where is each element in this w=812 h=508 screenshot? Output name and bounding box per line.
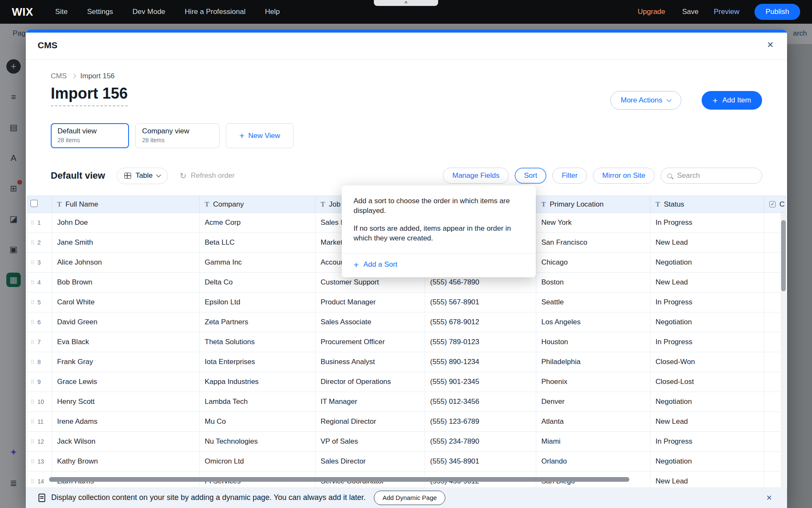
cell-company[interactable]: Kappa Industries <box>200 372 315 392</box>
column-header-full-name[interactable]: TFull Name <box>52 196 200 213</box>
cell-company[interactable]: Omicron Ltd <box>200 452 315 472</box>
cell-status[interactable]: In Progress <box>650 432 764 452</box>
cell-job-title[interactable]: Sales Director <box>315 452 425 472</box>
drag-handle-icon[interactable]: ⠿ <box>30 339 35 345</box>
drag-handle-icon[interactable]: ⠿ <box>30 359 35 365</box>
cell-full-name[interactable]: Irene Adams <box>52 412 200 432</box>
cell-status[interactable]: Negotiation <box>650 253 764 273</box>
cell-primary-location[interactable]: Los Angeles <box>536 312 650 332</box>
drag-handle-icon[interactable]: ⠿ <box>30 419 35 425</box>
cell-company[interactable]: Theta Solutions <box>200 332 315 352</box>
cell-primary-location[interactable]: Boston <box>536 273 650 293</box>
cell-primary-location[interactable]: Orlando <box>536 452 650 472</box>
cell-status[interactable]: New Lead <box>650 273 764 293</box>
cell-job-title[interactable]: Director of Operations <box>315 372 425 392</box>
cell-primary-location[interactable]: Miami <box>536 432 650 452</box>
cell-job-title[interactable]: Procurement Officer <box>315 332 425 352</box>
cell-primary-location[interactable]: San Francisco <box>536 233 650 253</box>
mirror-on-site-button[interactable]: Mirror on Site <box>593 168 655 184</box>
cell-full-name[interactable]: Henry Scott <box>52 392 200 412</box>
column-header-c[interactable]: ✓C <box>764 196 786 213</box>
cell-full-name[interactable]: Bob Brown <box>52 273 200 293</box>
cell-phone[interactable]: (555) 567-8901 <box>425 293 536 312</box>
cell-primary-location[interactable]: Seattle <box>536 293 650 312</box>
cell-phone[interactable]: (555) 012-3456 <box>425 392 536 412</box>
cell-full-name[interactable]: John Doe <box>52 213 200 233</box>
vertical-scrollbar[interactable] <box>781 220 786 291</box>
cell-primary-location[interactable]: Denver <box>536 392 650 412</box>
search-box[interactable] <box>661 168 762 184</box>
cell-phone[interactable]: (555) 789-0123 <box>425 332 536 352</box>
drag-handle-icon[interactable]: ⠿ <box>30 399 35 405</box>
cell-full-name[interactable]: Carol White <box>52 293 200 312</box>
cell-full-name[interactable]: Frank Gray <box>52 352 200 372</box>
layout-select-dropdown[interactable]: Table <box>117 168 168 184</box>
banner-close-icon[interactable]: × <box>764 492 774 504</box>
column-header-primary-location[interactable]: TPrimary Location <box>536 196 650 213</box>
upgrade-link[interactable]: Upgrade <box>638 8 665 16</box>
more-actions-button[interactable]: More Actions <box>610 91 681 110</box>
cell-job-title[interactable]: VP of Sales <box>315 432 425 452</box>
collection-title[interactable]: Import 156 <box>51 85 128 106</box>
new-view-button[interactable]: + New View <box>226 123 294 148</box>
cell-phone[interactable]: (555) 345-8901 <box>425 452 536 472</box>
menu-help[interactable]: Help <box>265 8 280 16</box>
cell-full-name[interactable]: Jack Wilson <box>52 432 200 452</box>
drag-handle-icon[interactable]: ⠿ <box>30 299 35 306</box>
cell-company[interactable]: Nu Technologies <box>200 432 315 452</box>
cell-phone[interactable]: (555) 890-1234 <box>425 352 536 372</box>
cell-primary-location[interactable]: Philadelphia <box>536 352 650 372</box>
add-item-button[interactable]: + Add Item <box>702 91 762 110</box>
cell-phone[interactable]: (555) 234-7890 <box>425 432 536 452</box>
drag-handle-icon[interactable]: ⠿ <box>30 319 35 326</box>
cell-job-title[interactable]: Business Analyst <box>315 352 425 372</box>
menu-dev-mode[interactable]: Dev Mode <box>132 8 165 16</box>
drag-handle-icon[interactable]: ⠿ <box>30 240 35 246</box>
cell-primary-location[interactable]: Phoenix <box>536 372 650 392</box>
cell-phone[interactable]: (555) 901-2345 <box>425 372 536 392</box>
column-header-company[interactable]: TCompany <box>200 196 315 213</box>
drag-handle-icon[interactable]: ⠿ <box>30 379 35 385</box>
cell-status[interactable]: In Progress <box>650 293 764 312</box>
cell-status[interactable]: New Lead <box>650 233 764 253</box>
cell-status[interactable]: Negotiation <box>650 312 764 332</box>
cell-company[interactable]: Iota Enterprises <box>200 352 315 372</box>
preview-link[interactable]: Preview <box>714 8 739 16</box>
cell-job-title[interactable]: Sales Associate <box>315 312 425 332</box>
cell-full-name[interactable]: Alice Johnson <box>52 253 200 273</box>
cell-primary-location[interactable]: New York <box>536 213 650 233</box>
cell-company[interactable]: Mu Co <box>200 412 315 432</box>
cell-phone[interactable]: (555) 123-6789 <box>425 412 536 432</box>
search-input[interactable] <box>676 171 748 180</box>
drag-handle-icon[interactable]: ⠿ <box>30 220 35 226</box>
column-header-status[interactable]: TStatus <box>650 196 764 213</box>
cell-full-name[interactable]: Kathy Brown <box>52 452 200 472</box>
cell-company[interactable]: Acme Corp <box>200 213 315 233</box>
cell-full-name[interactable]: Jane Smith <box>52 233 200 253</box>
drag-handle-icon[interactable]: ⠿ <box>30 260 35 266</box>
cell-primary-location[interactable]: Chicago <box>536 253 650 273</box>
cell-company[interactable]: Lambda Tech <box>200 392 315 412</box>
cell-status[interactable]: Closed-Won <box>650 352 764 372</box>
refresh-order-button[interactable]: ↻ Refresh order <box>180 171 235 180</box>
menu-site[interactable]: Site <box>55 8 68 16</box>
cell-company[interactable]: Epsilon Ltd <box>200 293 315 312</box>
cell-job-title[interactable]: IT Manager <box>315 392 425 412</box>
cell-full-name[interactable]: Eva Black <box>52 332 200 352</box>
cell-status[interactable]: Negotiation <box>650 392 764 412</box>
drag-handle-icon[interactable]: ⠿ <box>30 439 35 445</box>
cell-job-title[interactable]: Regional Director <box>315 412 425 432</box>
cell-status[interactable]: New Lead <box>650 412 764 432</box>
select-all-header[interactable] <box>27 196 52 213</box>
cell-company[interactable]: Delta Co <box>200 273 315 293</box>
cell-company[interactable]: Gamma Inc <box>200 253 315 273</box>
cell-status[interactable]: Negotiation <box>650 452 764 472</box>
cell-full-name[interactable]: Grace Lewis <box>52 372 200 392</box>
cell-status[interactable]: Closed-Lost <box>650 372 764 392</box>
publish-button[interactable]: Publish <box>754 4 800 20</box>
add-dynamic-page-button[interactable]: Add Dynamic Page <box>374 491 445 505</box>
horizontal-scrollbar[interactable] <box>49 477 629 482</box>
cell-job-title[interactable]: Product Manager <box>315 293 425 312</box>
breadcrumb-cms[interactable]: CMS <box>51 72 67 80</box>
close-icon[interactable]: × <box>765 38 776 52</box>
